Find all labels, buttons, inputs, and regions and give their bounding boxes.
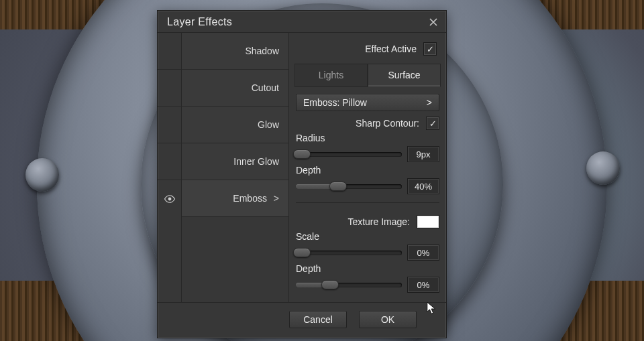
texture-image-label: Texture Image: (347, 216, 410, 227)
texture-depth-value[interactable]: 0% (407, 277, 439, 293)
radius-slider[interactable] (296, 152, 402, 157)
slider-thumb[interactable] (293, 248, 311, 257)
close-icon[interactable] (427, 16, 439, 28)
artwork-rivet (25, 158, 59, 192)
cancel-button[interactable]: Cancel (289, 311, 347, 328)
effect-label: Cutout (252, 82, 279, 93)
chevron-right-icon: > (271, 193, 279, 204)
visibility-cell[interactable] (158, 70, 181, 107)
effect-label: Inner Glow (233, 156, 279, 167)
effect-label: Glow (258, 119, 279, 130)
eye-icon (164, 195, 176, 203)
depth-slider[interactable] (296, 184, 402, 189)
tab-label: Lights (319, 70, 343, 80)
texture-image-swatch[interactable] (417, 215, 439, 228)
effect-settings-panel: Effect Active ✓ Lights Surface Emboss: P… (288, 33, 446, 302)
emboss-type-dropdown[interactable]: Emboss: Pillow > (296, 94, 439, 111)
texture-depth-slider[interactable] (296, 283, 402, 287)
effect-item-emboss[interactable]: Emboss > (182, 180, 288, 217)
visibility-cell[interactable] (158, 107, 181, 143)
effect-item-inner-glow[interactable]: Inner Glow (182, 143, 288, 180)
effect-item-shadow[interactable]: Shadow (182, 33, 288, 70)
texture-depth-label: Depth (296, 263, 439, 274)
effect-label: Shadow (245, 46, 279, 56)
dropdown-label: Emboss: Pillow (303, 97, 367, 108)
texture-scale-value[interactable]: 0% (407, 245, 439, 261)
effect-active-checkbox[interactable]: ✓ (423, 42, 437, 56)
visibility-cell[interactable] (158, 180, 181, 217)
slider-thumb[interactable] (293, 149, 311, 159)
dialog-titlebar[interactable]: Layer Effects (158, 11, 446, 32)
sharp-contour-checkbox[interactable]: ✓ (426, 117, 439, 130)
chevron-right-icon: > (427, 97, 432, 108)
artwork-rivet (586, 151, 620, 185)
svg-point-0 (168, 197, 171, 200)
dialog-title: Layer Effects (167, 16, 232, 28)
effect-active-label: Effect Active (365, 44, 417, 54)
layer-effects-dialog: Layer Effects Shadow (157, 10, 447, 338)
depth-value[interactable]: 40% (407, 178, 439, 194)
radius-value[interactable]: 9px (407, 146, 439, 162)
depth-label: Depth (296, 165, 439, 176)
button-label: Cancel (303, 314, 333, 325)
slider-thumb[interactable] (321, 280, 339, 289)
effects-list: Shadow Cutout Glow Inner Glow Emboss > (158, 33, 288, 302)
effect-item-cutout[interactable]: Cutout (182, 70, 288, 107)
effect-label: Emboss (233, 193, 267, 204)
visibility-cell[interactable] (158, 143, 181, 180)
texture-scale-slider[interactable] (296, 251, 402, 255)
ok-button[interactable]: OK (359, 311, 417, 328)
tab-lights[interactable]: Lights (294, 64, 368, 87)
visibility-cell[interactable] (158, 33, 181, 70)
tab-label: Surface (388, 70, 420, 80)
slider-thumb[interactable] (329, 182, 347, 191)
texture-scale-label: Scale (296, 231, 439, 242)
tab-surface[interactable]: Surface (368, 64, 441, 87)
sharp-contour-label: Sharp Contour: (356, 118, 419, 129)
effect-item-glow[interactable]: Glow (182, 107, 288, 143)
radius-label: Radius (296, 133, 439, 143)
button-label: OK (381, 314, 394, 325)
